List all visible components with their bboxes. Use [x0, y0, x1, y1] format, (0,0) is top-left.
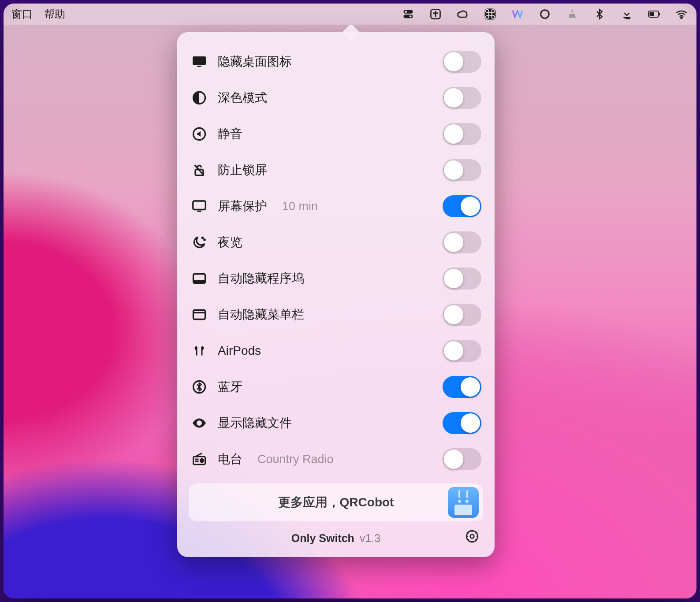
- svg-rect-10: [650, 12, 654, 16]
- svg-point-35: [470, 535, 474, 539]
- svg-rect-14: [197, 66, 201, 67]
- svg-rect-19: [193, 201, 206, 210]
- svg-point-21: [202, 237, 203, 238]
- switch-row-night-shift: 夜览: [189, 224, 483, 260]
- switch-row-hidden-files: 显示隐藏文件: [189, 405, 483, 441]
- toggle-radio[interactable]: [443, 448, 481, 470]
- toggle-autohide-menubar[interactable]: [443, 304, 481, 326]
- svg-rect-24: [194, 280, 205, 283]
- switch-label: 自动隐藏菜单栏: [218, 306, 304, 323]
- toggle-screensaver[interactable]: [443, 195, 481, 217]
- eye-icon: [190, 414, 208, 432]
- switch-sublabel: Country Radio: [257, 453, 334, 466]
- switch-label: 屏幕保护: [218, 198, 267, 215]
- toggle-hidden-files[interactable]: [443, 412, 481, 434]
- switch-row-prevent-lock: 防止锁屏: [189, 152, 483, 188]
- airpods-icon: [190, 342, 208, 360]
- promo-text: 更多应用，QRCobot: [278, 494, 394, 511]
- cleaner-icon[interactable]: [565, 7, 579, 21]
- switch-label: 蓝牙: [218, 379, 242, 395]
- switch-label: 夜览: [218, 234, 242, 251]
- command-icon[interactable]: [483, 7, 497, 21]
- svg-rect-13: [193, 56, 206, 65]
- switch-label: 静音: [218, 126, 242, 142]
- svg-point-12: [681, 17, 682, 19]
- screensaver-icon: [190, 197, 208, 215]
- menubar: 窗口 帮助: [4, 4, 696, 25]
- toggle-prevent-lock[interactable]: [443, 159, 481, 181]
- wifi-icon[interactable]: [674, 7, 689, 21]
- toggle-night-shift[interactable]: [443, 231, 481, 253]
- svg-point-2: [405, 11, 407, 13]
- display-icon: [190, 53, 208, 71]
- svg-rect-25: [194, 310, 205, 320]
- input-method-icon[interactable]: [428, 7, 443, 21]
- switch-label: 隐藏桌面图标: [218, 53, 292, 70]
- svg-point-3: [410, 15, 412, 18]
- app-version: v1.3: [360, 532, 380, 545]
- svg-rect-20: [197, 211, 201, 212]
- switch-row-dark-mode: 深色模式: [189, 80, 483, 116]
- bluetooth-icon: [190, 378, 208, 396]
- mute-icon: [190, 125, 208, 143]
- qrcobot-icon: [448, 487, 479, 518]
- switch-label: 显示隐藏文件: [218, 415, 292, 431]
- svg-point-28: [198, 422, 201, 424]
- onlyswitch-popover: 隐藏桌面图标 深色模式 静音 防止锁屏 屏幕保护 10 min: [177, 32, 495, 557]
- w-app-icon[interactable]: [510, 7, 525, 21]
- switch-row-hide-desktop: 隐藏桌面图标: [189, 44, 483, 80]
- switch-label: 防止锁屏: [218, 162, 267, 178]
- circle-icon[interactable]: [538, 7, 552, 21]
- switch-label: 深色模式: [218, 89, 267, 106]
- dock-icon: [190, 270, 208, 287]
- switch-row-mute: 静音: [189, 116, 483, 152]
- menubar-icon: [190, 306, 208, 323]
- switch-row-bluetooth: 蓝牙: [189, 369, 483, 405]
- app-name: Only Switch: [291, 532, 354, 545]
- battery-icon[interactable]: [647, 7, 661, 21]
- switch-label: 电台: [218, 451, 242, 468]
- switch-label: AirPods: [218, 344, 261, 358]
- switch-row-autohide-dock: 自动隐藏程序坞: [189, 260, 483, 297]
- cloud-icon[interactable]: [456, 7, 470, 21]
- switch-row-airpods: AirPods: [189, 333, 483, 369]
- download-icon[interactable]: [620, 7, 634, 21]
- popover-footer: Only Switch v1.3: [189, 521, 483, 548]
- bluetooth-menubar-icon[interactable]: [592, 7, 607, 21]
- menu-item-help[interactable]: 帮助: [44, 7, 65, 21]
- toggle-airpods[interactable]: [443, 340, 481, 362]
- svg-point-8: [541, 10, 549, 19]
- svg-rect-11: [659, 13, 660, 15]
- switch-row-screensaver: 屏幕保护 10 min: [189, 188, 483, 224]
- switch-sublabel: 10 min: [282, 200, 318, 213]
- onlyswitch-menubar-icon[interactable]: [401, 7, 415, 21]
- svg-rect-7: [485, 9, 495, 19]
- settings-button[interactable]: [465, 529, 480, 545]
- svg-point-31: [200, 459, 204, 462]
- menu-item-window[interactable]: 窗口: [11, 7, 33, 21]
- toggle-hide-desktop[interactable]: [443, 51, 481, 73]
- toggle-autohide-dock[interactable]: [443, 268, 481, 290]
- dark-mode-icon: [190, 89, 208, 107]
- toggle-dark-mode[interactable]: [443, 87, 481, 109]
- toggle-bluetooth[interactable]: [443, 376, 481, 398]
- night-shift-icon: [190, 234, 208, 251]
- switch-row-autohide-menubar: 自动隐藏菜单栏: [189, 297, 483, 333]
- svg-point-22: [204, 239, 205, 240]
- lock-off-icon: [190, 161, 208, 179]
- toggle-mute[interactable]: [443, 123, 481, 145]
- radio-icon: [190, 450, 208, 468]
- promo-banner[interactable]: 更多应用，QRCobot: [189, 483, 483, 521]
- switch-row-radio: 电台 Country Radio: [189, 441, 483, 477]
- switch-label: 自动隐藏程序坞: [218, 270, 304, 287]
